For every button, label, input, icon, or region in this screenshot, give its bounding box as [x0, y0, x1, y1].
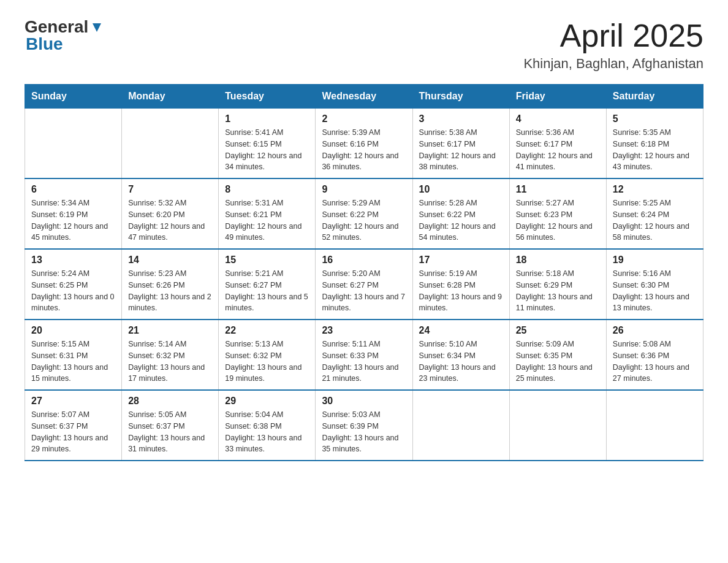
day-info: Sunrise: 5:41 AMSunset: 6:15 PMDaylight:…: [225, 127, 309, 173]
day-info: Sunrise: 5:14 AMSunset: 6:32 PMDaylight:…: [128, 339, 212, 385]
calendar-cell: 2Sunrise: 5:39 AMSunset: 6:16 PMDaylight…: [316, 109, 412, 179]
logo: General Blue: [25, 18, 104, 53]
weekday-header-tuesday: Tuesday: [219, 85, 316, 109]
day-number: 24: [419, 325, 503, 336]
day-info: Sunrise: 5:28 AMSunset: 6:22 PMDaylight:…: [419, 197, 503, 243]
weekday-header-saturday: Saturday: [606, 85, 703, 109]
calendar-cell: 19Sunrise: 5:16 AMSunset: 6:30 PMDayligh…: [606, 249, 703, 320]
calendar-cell: 9Sunrise: 5:29 AMSunset: 6:22 PMDaylight…: [316, 178, 412, 249]
day-info: Sunrise: 5:38 AMSunset: 6:17 PMDaylight:…: [419, 127, 503, 173]
calendar-week-row: 13Sunrise: 5:24 AMSunset: 6:25 PMDayligh…: [25, 249, 703, 320]
day-info: Sunrise: 5:32 AMSunset: 6:20 PMDaylight:…: [128, 197, 212, 243]
calendar-cell: 16Sunrise: 5:20 AMSunset: 6:27 PMDayligh…: [316, 249, 412, 320]
calendar-cell: 22Sunrise: 5:13 AMSunset: 6:32 PMDayligh…: [219, 320, 316, 390]
day-number: 15: [225, 255, 309, 266]
day-info: Sunrise: 5:08 AMSunset: 6:36 PMDaylight:…: [613, 339, 697, 385]
day-info: Sunrise: 5:23 AMSunset: 6:26 PMDaylight:…: [128, 268, 212, 314]
weekday-header-monday: Monday: [122, 85, 219, 109]
day-info: Sunrise: 5:15 AMSunset: 6:31 PMDaylight:…: [31, 339, 115, 385]
calendar-cell: 13Sunrise: 5:24 AMSunset: 6:25 PMDayligh…: [25, 249, 122, 320]
calendar-cell: 23Sunrise: 5:11 AMSunset: 6:33 PMDayligh…: [316, 320, 412, 390]
day-number: 27: [31, 396, 115, 407]
calendar-cell: 26Sunrise: 5:08 AMSunset: 6:36 PMDayligh…: [606, 320, 703, 390]
day-number: 3: [419, 113, 503, 124]
calendar-cell: [25, 109, 122, 179]
day-info: Sunrise: 5:09 AMSunset: 6:35 PMDaylight:…: [516, 339, 600, 385]
day-info: Sunrise: 5:03 AMSunset: 6:39 PMDaylight:…: [322, 409, 406, 455]
calendar-body: 1Sunrise: 5:41 AMSunset: 6:15 PMDaylight…: [25, 109, 703, 461]
calendar-cell: 28Sunrise: 5:05 AMSunset: 6:37 PMDayligh…: [122, 390, 219, 461]
day-number: 20: [31, 325, 115, 336]
day-info: Sunrise: 5:34 AMSunset: 6:19 PMDaylight:…: [31, 197, 115, 243]
calendar-cell: 11Sunrise: 5:27 AMSunset: 6:23 PMDayligh…: [509, 178, 606, 249]
day-number: 4: [516, 113, 600, 124]
calendar-cell: 27Sunrise: 5:07 AMSunset: 6:37 PMDayligh…: [25, 390, 122, 461]
day-number: 16: [322, 255, 406, 266]
day-number: 22: [225, 325, 309, 336]
calendar-cell: 21Sunrise: 5:14 AMSunset: 6:32 PMDayligh…: [122, 320, 219, 390]
day-info: Sunrise: 5:05 AMSunset: 6:37 PMDaylight:…: [128, 409, 212, 455]
weekday-header-friday: Friday: [509, 85, 606, 109]
day-number: 29: [225, 396, 309, 407]
day-number: 17: [419, 255, 503, 266]
calendar-cell: 14Sunrise: 5:23 AMSunset: 6:26 PMDayligh…: [122, 249, 219, 320]
logo-blue-text: Blue: [26, 36, 104, 53]
calendar-week-row: 20Sunrise: 5:15 AMSunset: 6:31 PMDayligh…: [25, 320, 703, 390]
day-info: Sunrise: 5:21 AMSunset: 6:27 PMDaylight:…: [225, 268, 309, 314]
calendar-cell: 6Sunrise: 5:34 AMSunset: 6:19 PMDaylight…: [25, 178, 122, 249]
day-info: Sunrise: 5:18 AMSunset: 6:29 PMDaylight:…: [516, 268, 600, 314]
logo-general-text: General: [25, 18, 88, 36]
page-subtitle: Khinjan, Baghlan, Afghanistan: [523, 56, 703, 72]
day-number: 28: [128, 396, 212, 407]
calendar-cell: 20Sunrise: 5:15 AMSunset: 6:31 PMDayligh…: [25, 320, 122, 390]
day-number: 11: [516, 184, 600, 195]
day-info: Sunrise: 5:19 AMSunset: 6:28 PMDaylight:…: [419, 268, 503, 314]
logo-triangle-icon: [90, 21, 104, 34]
calendar-cell: 4Sunrise: 5:36 AMSunset: 6:17 PMDaylight…: [509, 109, 606, 179]
weekday-header-sunday: Sunday: [25, 85, 122, 109]
weekday-header-wednesday: Wednesday: [316, 85, 412, 109]
calendar-cell: 3Sunrise: 5:38 AMSunset: 6:17 PMDaylight…: [412, 109, 509, 179]
calendar-week-row: 27Sunrise: 5:07 AMSunset: 6:37 PMDayligh…: [25, 390, 703, 461]
day-number: 6: [31, 184, 115, 195]
day-info: Sunrise: 5:16 AMSunset: 6:30 PMDaylight:…: [613, 268, 697, 314]
calendar-cell: [122, 109, 219, 179]
calendar-cell: 1Sunrise: 5:41 AMSunset: 6:15 PMDaylight…: [219, 109, 316, 179]
day-number: 8: [225, 184, 309, 195]
day-number: 7: [128, 184, 212, 195]
calendar-week-row: 1Sunrise: 5:41 AMSunset: 6:15 PMDaylight…: [25, 109, 703, 179]
calendar-header: SundayMondayTuesdayWednesdayThursdayFrid…: [25, 85, 703, 109]
calendar-cell: 10Sunrise: 5:28 AMSunset: 6:22 PMDayligh…: [412, 178, 509, 249]
day-number: 26: [613, 325, 697, 336]
day-info: Sunrise: 5:36 AMSunset: 6:17 PMDaylight:…: [516, 127, 600, 173]
calendar-cell: 24Sunrise: 5:10 AMSunset: 6:34 PMDayligh…: [412, 320, 509, 390]
calendar-cell: 8Sunrise: 5:31 AMSunset: 6:21 PMDaylight…: [219, 178, 316, 249]
calendar-cell: [509, 390, 606, 461]
day-number: 25: [516, 325, 600, 336]
page-title: April 2025: [523, 18, 703, 53]
day-number: 2: [322, 113, 406, 124]
day-info: Sunrise: 5:20 AMSunset: 6:27 PMDaylight:…: [322, 268, 406, 314]
title-section: April 2025 Khinjan, Baghlan, Afghanistan: [523, 18, 703, 72]
day-number: 13: [31, 255, 115, 266]
day-info: Sunrise: 5:11 AMSunset: 6:33 PMDaylight:…: [322, 339, 406, 385]
day-info: Sunrise: 5:13 AMSunset: 6:32 PMDaylight:…: [225, 339, 309, 385]
day-info: Sunrise: 5:35 AMSunset: 6:18 PMDaylight:…: [613, 127, 697, 173]
day-info: Sunrise: 5:31 AMSunset: 6:21 PMDaylight:…: [225, 197, 309, 243]
day-info: Sunrise: 5:29 AMSunset: 6:22 PMDaylight:…: [322, 197, 406, 243]
calendar-week-row: 6Sunrise: 5:34 AMSunset: 6:19 PMDaylight…: [25, 178, 703, 249]
calendar-cell: 12Sunrise: 5:25 AMSunset: 6:24 PMDayligh…: [606, 178, 703, 249]
calendar-cell: 18Sunrise: 5:18 AMSunset: 6:29 PMDayligh…: [509, 249, 606, 320]
calendar-cell: [412, 390, 509, 461]
svg-marker-0: [93, 23, 101, 32]
day-info: Sunrise: 5:24 AMSunset: 6:25 PMDaylight:…: [31, 268, 115, 314]
page-header: General Blue April 2025 Khinjan, Baghlan…: [25, 18, 703, 72]
day-number: 5: [613, 113, 697, 124]
calendar-table: SundayMondayTuesdayWednesdayThursdayFrid…: [25, 84, 703, 461]
calendar-cell: 25Sunrise: 5:09 AMSunset: 6:35 PMDayligh…: [509, 320, 606, 390]
day-info: Sunrise: 5:07 AMSunset: 6:37 PMDaylight:…: [31, 409, 115, 455]
day-info: Sunrise: 5:25 AMSunset: 6:24 PMDaylight:…: [613, 197, 697, 243]
day-number: 19: [613, 255, 697, 266]
day-number: 30: [322, 396, 406, 407]
day-info: Sunrise: 5:04 AMSunset: 6:38 PMDaylight:…: [225, 409, 309, 455]
